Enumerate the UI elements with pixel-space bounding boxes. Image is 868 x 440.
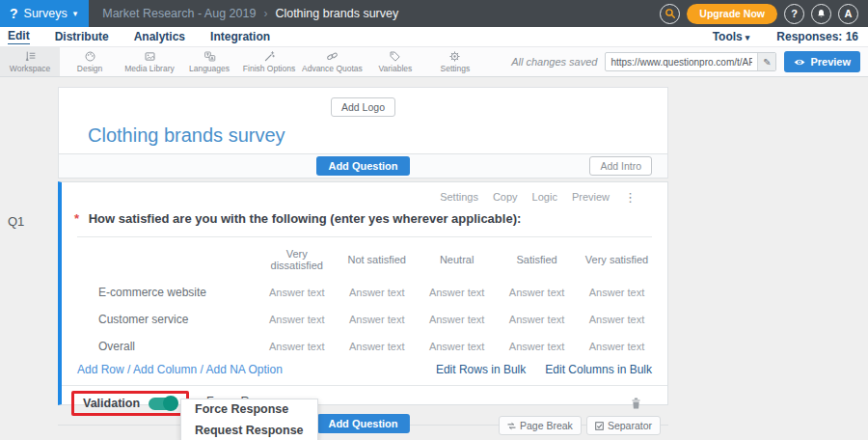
tab-edit[interactable]: Edit — [8, 29, 30, 44]
table-row: Overall Answer text Answer text Answer t… — [77, 333, 657, 360]
add-column-link[interactable]: Add Column — [133, 363, 197, 376]
edit-columns-in-bulk-link[interactable]: Edit Columns in Bulk — [545, 363, 652, 376]
matrix-column-header[interactable]: Satisfied — [497, 237, 577, 279]
separator-toggle-button[interactable]: Separator — [586, 416, 661, 435]
matrix-header-row: Very dissatisfied Not satisfied Neutral … — [77, 237, 657, 279]
tab-analytics[interactable]: Analytics — [134, 30, 185, 44]
tab-integration[interactable]: Integration — [210, 30, 270, 44]
dropdown-option-force-response[interactable]: Force Response — [181, 399, 317, 421]
toolbar-languages[interactable]: Languages — [179, 47, 239, 76]
palette-icon — [84, 50, 96, 63]
question-copy-link[interactable]: Copy — [493, 191, 518, 203]
dropdown-option-request-response[interactable]: Request Response — [181, 421, 317, 440]
answer-text-cell[interactable]: Answer text — [257, 279, 337, 306]
toolbar-media-library[interactable]: Media Library — [120, 47, 179, 76]
preview-button[interactable]: Preview — [784, 51, 860, 72]
chain-links-icon — [326, 50, 339, 63]
answer-text-cell[interactable]: Answer text — [577, 306, 657, 333]
survey-header-card: Add Logo Clothing brands survey Add Ques… — [58, 87, 668, 179]
validation-highlight-annotation: Validation — [71, 391, 189, 416]
validation-label: Validation — [83, 397, 140, 410]
table-row: Customer service Answer text Answer text… — [77, 306, 657, 333]
kebab-menu-icon[interactable]: ⋮ — [624, 192, 637, 203]
toolbar-workspace[interactable]: Workspace — [0, 47, 60, 76]
add-intro-button[interactable]: Add Intro — [589, 156, 652, 176]
breadcrumb-parent[interactable]: Market Research - Aug 2019 — [102, 7, 256, 20]
toolbar-label: Advance Quotas — [302, 64, 363, 73]
upgrade-now-button[interactable]: Upgrade Now — [687, 4, 777, 24]
survey-title[interactable]: Clothing brands survey — [88, 124, 667, 147]
question-logic-link[interactable]: Logic — [532, 191, 557, 203]
answer-text-cell[interactable]: Answer text — [337, 279, 417, 306]
translate-icon — [203, 50, 216, 63]
help-icon[interactable]: ? — [784, 4, 804, 24]
matrix-links-row: Add Row / Add Column / Add NA Option Edi… — [77, 363, 652, 376]
survey-header: Add Logo Clothing brands survey — [58, 87, 668, 153]
checkbox-checked-icon — [595, 422, 604, 430]
matrix-column-header[interactable]: Neutral — [417, 237, 497, 279]
answer-text-cell[interactable]: Answer text — [257, 306, 337, 333]
matrix-row-label[interactable]: Customer service — [77, 306, 257, 333]
topbar: ? Surveys ▾ Market Research - Aug 2019 ›… — [0, 0, 868, 27]
add-question-button-top[interactable]: Add Question — [316, 156, 409, 176]
toolbar-label: Workspace — [10, 64, 50, 73]
answer-text-cell[interactable]: Answer text — [337, 333, 417, 360]
surveys-menu[interactable]: ? Surveys ▾ — [0, 0, 89, 27]
break-controls: Page Break Separator — [499, 416, 661, 435]
chevron-down-icon: ▾ — [73, 9, 78, 18]
breadcrumb: Market Research - Aug 2019 › Clothing br… — [102, 7, 398, 20]
question-preview-link[interactable]: Preview — [572, 191, 610, 203]
answer-text-cell[interactable]: Answer text — [577, 279, 657, 306]
toolbar-design[interactable]: Design — [60, 47, 120, 76]
matrix-row-label[interactable]: Overall — [77, 333, 257, 360]
add-row-link[interactable]: Add Row — [77, 363, 124, 376]
toolbar-settings[interactable]: Settings — [425, 47, 485, 76]
toolbar-advance-quotas[interactable]: Advance Quotas — [299, 47, 366, 76]
questionpro-survey-editor: ? Surveys ▾ Market Research - Aug 2019 ›… — [0, 0, 868, 440]
workspace-icon — [24, 50, 37, 63]
chevron-down-icon: ▾ — [746, 33, 750, 42]
editor-toolbar: Workspace Design Media Library Languages… — [0, 46, 868, 77]
answer-text-cell[interactable]: Answer text — [417, 333, 497, 360]
matrix-row-label[interactable]: E-commerce website — [77, 279, 257, 306]
answer-text-cell[interactable]: Answer text — [497, 333, 577, 360]
question-settings-link[interactable]: Settings — [440, 191, 478, 203]
answer-text-cell[interactable]: Answer text — [497, 279, 577, 306]
delete-question-trash-icon[interactable] — [630, 397, 642, 410]
survey-url-input[interactable] — [606, 57, 757, 68]
matrix-column-header[interactable]: Very satisfied — [577, 237, 657, 279]
magic-wand-icon — [263, 50, 276, 63]
toolbar-label: Finish Options — [243, 64, 295, 73]
answer-text-cell[interactable]: Answer text — [577, 333, 657, 360]
answer-text-cell[interactable]: Answer text — [257, 333, 337, 360]
section-nav: Edit Distribute Analytics Integration To… — [0, 27, 868, 46]
question-card: Settings Copy Logic Preview ⋮ * How sati… — [58, 181, 668, 405]
toolbar-variables[interactable]: Variables — [366, 47, 425, 76]
matrix-corner-cell — [77, 237, 257, 279]
add-na-option-link[interactable]: Add NA Option — [205, 363, 282, 376]
answer-text-cell[interactable]: Answer text — [417, 306, 497, 333]
edit-url-pencil-icon[interactable]: ✎ — [757, 53, 775, 70]
responses-count[interactable]: Responses: 16 — [776, 30, 858, 43]
tools-menu[interactable]: Tools▾ — [713, 30, 750, 43]
edit-rows-in-bulk-link[interactable]: Edit Rows in Bulk — [436, 363, 526, 376]
link-separator: / — [200, 363, 203, 376]
matrix-column-header[interactable]: Very dissatisfied — [257, 237, 337, 279]
answer-text-cell[interactable]: Answer text — [337, 306, 417, 333]
validation-toggle[interactable] — [149, 398, 177, 410]
add-logo-button[interactable]: Add Logo — [331, 97, 395, 117]
notifications-bell-icon[interactable] — [811, 4, 831, 24]
answer-text-cell[interactable]: Answer text — [417, 279, 497, 306]
avatar[interactable]: A — [838, 4, 858, 24]
tab-distribute[interactable]: Distribute — [55, 30, 109, 44]
search-icon[interactable] — [660, 4, 680, 24]
answer-text-cell[interactable]: Answer text — [497, 306, 577, 333]
page-break-icon — [507, 422, 516, 430]
question-text[interactable]: How satisfied are you with the following… — [89, 211, 522, 226]
matrix-column-header[interactable]: Not satisfied — [337, 237, 417, 279]
required-asterisk: * — [74, 211, 79, 226]
page-break-button[interactable]: Page Break — [499, 416, 582, 435]
toolbar-finish-options[interactable]: Finish Options — [239, 47, 299, 76]
add-question-button-bottom[interactable]: Add Question — [316, 414, 409, 433]
save-status: All changes saved — [511, 56, 597, 68]
